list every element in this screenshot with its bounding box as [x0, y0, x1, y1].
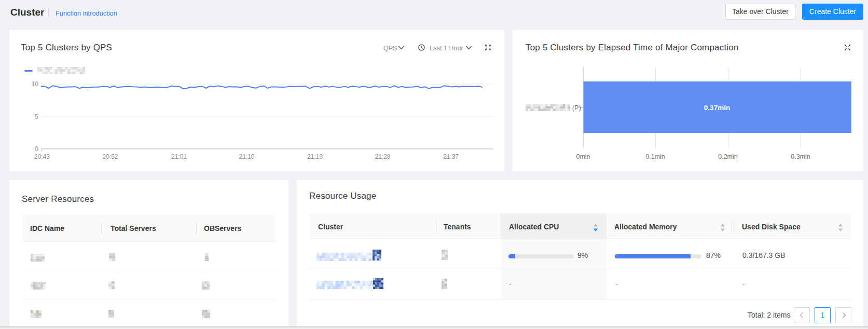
svg-text:10: 10 [32, 80, 39, 88]
svg-text:21:28: 21:28 [375, 153, 390, 160]
svg-text:20:43: 20:43 [34, 153, 50, 160]
svg-text:0.2min: 0.2min [718, 153, 738, 160]
svg-text:21:19: 21:19 [307, 153, 323, 160]
svg-text:(P): (P) [572, 104, 581, 112]
svg-text:0: 0 [35, 145, 38, 153]
svg-text:21:10: 21:10 [239, 153, 254, 160]
svg-text:0.3min: 0.3min [791, 153, 810, 160]
svg-text:20:52: 20:52 [102, 153, 118, 160]
svg-text:21:01: 21:01 [171, 153, 187, 160]
svg-text:0.1min: 0.1min [645, 153, 665, 160]
svg-text:21:37: 21:37 [443, 153, 459, 160]
svg-text:0min: 0min [576, 153, 590, 160]
svg-text:5: 5 [35, 113, 38, 120]
svg-text:0.37min: 0.37min [704, 104, 730, 112]
